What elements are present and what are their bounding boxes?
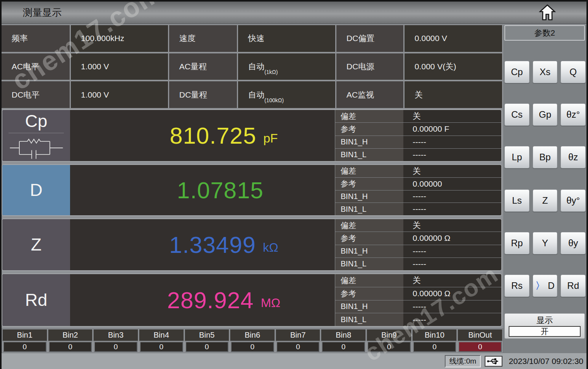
reference-value: 0.00000 F [403, 123, 501, 135]
param-button-cs[interactable]: Cs [504, 103, 530, 126]
bin-column: Bin50 [184, 329, 230, 353]
dc-source-label: DC电源 [336, 53, 403, 80]
bin-column: Bin100 [412, 329, 458, 353]
status-bar: 线缆:0m 2023/10/07 09:02:30 [2, 353, 586, 369]
param-button-thetaz-deg[interactable]: θz° [561, 103, 586, 126]
bin-column: Bin90 [366, 329, 412, 353]
ac-level-label: AC电平 [2, 53, 70, 80]
bin-column: Bin80 [321, 329, 366, 353]
bin1-l-value: ----- [403, 149, 501, 161]
cable-length-indicator: 线缆:0m [445, 355, 481, 367]
param-selector-rd[interactable]: Rd [2, 274, 70, 326]
sidebar-header: 参数2 [504, 25, 585, 41]
param-button-z[interactable]: Z [533, 189, 558, 212]
dc-bias-value[interactable]: 0.0000 V [405, 25, 502, 52]
param-button-ls[interactable]: Ls [504, 189, 530, 212]
param-button-q[interactable]: Q [561, 61, 586, 83]
parameter-sidebar: 参数2 Cp Xs Q Cs Gp θz° Lp Bp θz Ls Z θy° … [503, 25, 586, 353]
param-button-lp[interactable]: Lp [504, 146, 530, 168]
datetime-display: 2023/10/07 09:02:30 [509, 357, 583, 366]
ac-level-value[interactable]: 1.000 V [71, 53, 168, 80]
bin1-l-value: ----- [403, 313, 501, 326]
param-button-bp[interactable]: Bp [533, 146, 558, 168]
param-selector-d[interactable]: D [2, 165, 70, 215]
bin1-l-value: ----- [403, 203, 501, 215]
measurement-details-d: 偏差关 参考0.00000 BIN1_H----- BIN1_L----- [335, 165, 501, 215]
bin1-l-value: ----- [403, 258, 501, 270]
reference-value: 0.00000 Ω [403, 287, 501, 300]
measurement-row-z: Z 1.33499 kΩ 偏差关 参考0.00000 Ω BIN1_H-----… [2, 218, 502, 271]
deviation-value: 关 [403, 110, 501, 122]
deviation-value: 关 [403, 219, 501, 232]
ac-monitor-value[interactable]: 关 [405, 81, 502, 108]
dc-range-value[interactable]: 自动(100kΩ) [238, 81, 335, 108]
param-button-thetay[interactable]: θy [561, 232, 586, 254]
bin-column: Bin10 [2, 329, 48, 353]
bin1-h-label: BIN1_H [335, 191, 403, 203]
param-button-thetay-deg[interactable]: θy° [561, 189, 586, 212]
reference-label: 参考 [335, 287, 403, 300]
param-button-xs[interactable]: Xs [533, 61, 558, 83]
param-button-thetaz[interactable]: θz [561, 146, 586, 168]
param-button-rp[interactable]: Rp [504, 232, 530, 254]
bin-column: Bin70 [275, 329, 321, 353]
bin1-h-label: BIN1_H [335, 245, 403, 257]
measurement-row-d: D 1.07815 偏差关 参考0.00000 BIN1_H----- BIN1… [2, 164, 502, 216]
param-selector-cp[interactable]: Cp [2, 110, 70, 161]
param-button-rd[interactable]: Rd [561, 275, 586, 297]
bin1-l-label: BIN1_L [335, 313, 403, 326]
dc-level-label: DC电平 [2, 81, 70, 108]
deviation-label: 偏差 [335, 110, 403, 122]
divider [9, 133, 64, 133]
dc-source-value[interactable]: 0.000 V(关) [405, 53, 502, 80]
ac-monitor-label: AC监视 [336, 81, 403, 108]
dc-bias-label: DC偏置 [336, 25, 403, 52]
ac-range-value[interactable]: 自动(1kΩ) [238, 53, 335, 80]
speed-label: 速度 [169, 25, 237, 52]
bin1-l-label: BIN1_L [335, 258, 403, 270]
param-button-gp[interactable]: Gp [533, 103, 558, 126]
selected-marker-icon: 〉 [535, 280, 545, 292]
bin1-h-value: ----- [403, 245, 501, 257]
measurement-value-d: 1.07815 [70, 165, 335, 215]
bin1-h-value: ----- [403, 136, 501, 148]
dc-range-label: DC量程 [169, 81, 237, 108]
measurement-details-z: 偏差关 参考0.00000 Ω BIN1_H----- BIN1_L----- [335, 219, 501, 270]
usb-icon [485, 356, 502, 367]
bin1-h-value: ----- [403, 300, 501, 313]
speed-value[interactable]: 快速 [238, 25, 335, 52]
bin-column-binout: BinOut0 [457, 329, 503, 353]
bin1-l-label: BIN1_L [335, 203, 403, 215]
deviation-label: 偏差 [335, 274, 403, 287]
param-button-cp[interactable]: Cp [504, 61, 530, 83]
display-on-button[interactable]: 开 [509, 326, 580, 337]
freq-value[interactable]: 100.000kHz [71, 25, 168, 52]
deviation-value: 关 [403, 165, 501, 177]
display-label: 显示 [537, 315, 553, 326]
title-bar: 测量显示 [2, 2, 586, 24]
bin1-h-label: BIN1_H [335, 300, 403, 313]
home-icon[interactable] [539, 3, 556, 22]
deviation-value: 关 [403, 274, 501, 287]
reference-value: 0.00000 Ω [403, 232, 501, 244]
param-button-rs[interactable]: Rs [504, 275, 530, 297]
bin-column: Bin30 [93, 329, 139, 353]
ac-range-label: AC量程 [169, 53, 237, 80]
page-title: 测量显示 [23, 6, 62, 19]
param-selector-z[interactable]: Z [2, 219, 70, 270]
measurement-value-rd: 289.924 MΩ [70, 274, 335, 326]
freq-label: 频率 [2, 25, 70, 52]
parallel-rc-circuit-icon [7, 136, 65, 160]
reference-label: 参考 [335, 232, 403, 244]
bin1-h-value: ----- [403, 191, 501, 203]
bin-column: Bin40 [139, 329, 184, 353]
lcr-meter-screen: 测量显示 频率 100.000kHz 速度 快速 DC偏置 0.0000 V A… [0, 0, 588, 369]
param-button-d-selected[interactable]: 〉D [533, 275, 558, 297]
deviation-label: 偏差 [335, 219, 403, 232]
bin-column: Bin60 [230, 329, 275, 353]
measurement-row-rd: Rd 289.924 MΩ 偏差关 参考0.00000 Ω BIN1_H----… [2, 273, 502, 327]
display-panel: 显示 开 [504, 313, 585, 339]
dc-level-value[interactable]: 1.000 V [71, 81, 168, 108]
reference-value: 0.00000 [403, 178, 501, 190]
param-button-y[interactable]: Y [533, 232, 558, 254]
